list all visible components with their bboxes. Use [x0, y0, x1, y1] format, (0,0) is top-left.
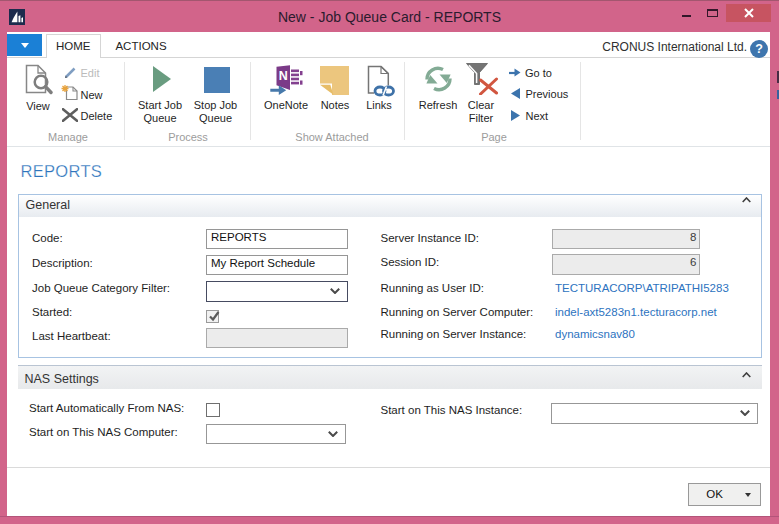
svg-text:N: N [279, 69, 288, 83]
